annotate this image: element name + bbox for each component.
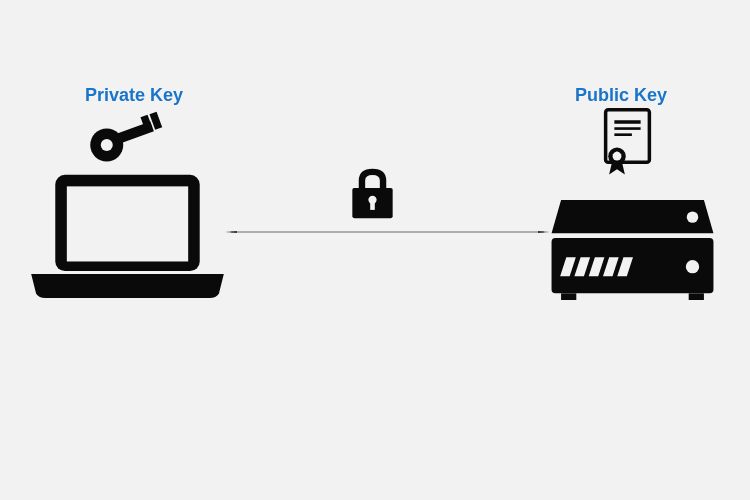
- key-icon: [88, 110, 163, 165]
- svg-rect-24: [561, 293, 576, 300]
- public-key-label: Public Key: [575, 85, 667, 106]
- svg-rect-12: [67, 186, 188, 261]
- svg-rect-15: [370, 200, 375, 210]
- svg-point-16: [687, 211, 698, 222]
- svg-rect-8: [614, 133, 632, 136]
- private-key-label: Private Key: [85, 85, 183, 106]
- svg-rect-7: [614, 127, 640, 130]
- lock-icon: [345, 165, 400, 220]
- svg-marker-27: [225, 231, 237, 233]
- svg-point-23: [686, 260, 699, 273]
- svg-point-1: [101, 139, 113, 151]
- server-icon: [550, 200, 715, 300]
- svg-marker-28: [538, 231, 550, 233]
- bidirectional-arrow: [225, 231, 550, 233]
- certificate-icon: [600, 108, 655, 178]
- laptop-icon: [30, 170, 225, 300]
- svg-rect-6: [614, 120, 640, 124]
- svg-rect-25: [689, 293, 704, 300]
